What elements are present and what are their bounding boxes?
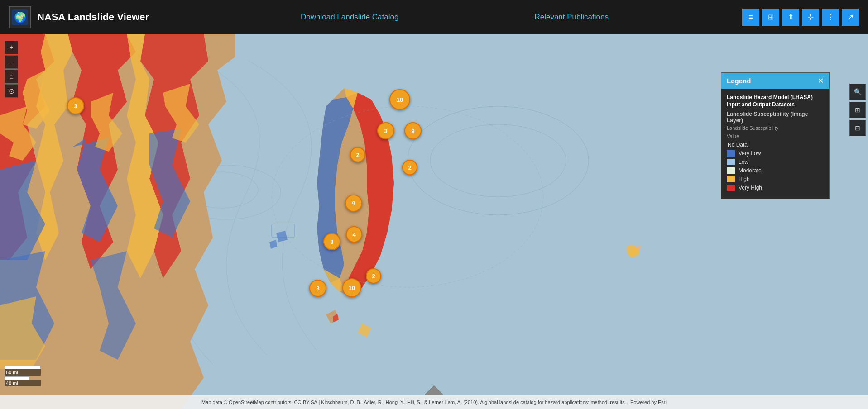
svg-point-10 <box>626 245 637 256</box>
scale-label-1: 60 mi <box>5 369 41 376</box>
app-title: NASA Landslide Viewer <box>37 11 149 23</box>
legend-header: Legend ✕ <box>721 73 829 89</box>
search-button[interactable]: 🔍 <box>849 84 866 100</box>
legend-swatch <box>727 150 735 157</box>
app-logo: 🌍 <box>9 6 31 28</box>
legend-layer-label: Landslide Susceptibility <box>727 125 824 131</box>
home-button[interactable]: ⌂ <box>5 70 18 83</box>
legend-item: Moderate <box>727 167 824 174</box>
cluster-marker[interactable]: 18 <box>389 89 410 110</box>
svg-text:🌍: 🌍 <box>14 11 27 24</box>
map[interactable]: + − ⌂ ⊙ 🔍 ⊞ ⊟ 31839229842310 Legend ✕ La… <box>0 34 868 409</box>
filter-button[interactable]: ⋮ <box>822 9 839 26</box>
legend-item-label: Very High <box>739 185 762 191</box>
legend-item: Very Low <box>727 150 824 157</box>
toolbar-right: ≡ ⊞ ⬆ ⊹ ⋮ ↗ <box>742 9 859 26</box>
legend-title: Legend <box>727 77 751 85</box>
locate-button[interactable]: ⊙ <box>5 84 18 98</box>
attribution: Map data © OpenStreetMap contributors, C… <box>0 395 868 409</box>
upload-button[interactable]: ⬆ <box>782 9 799 26</box>
cluster-marker[interactable]: 9 <box>345 195 362 212</box>
legend-section-title: Landslide Hazard Model (LHASA) Input and… <box>727 94 824 108</box>
grid-button[interactable]: ⊹ <box>802 9 819 26</box>
cluster-marker[interactable]: 2 <box>350 147 365 162</box>
scale-bar: 60 mi 40 mi <box>5 366 41 386</box>
legend-panel: Legend ✕ Landslide Hazard Model (LHASA) … <box>721 72 830 199</box>
legend-body: Landslide Hazard Model (LHASA) Input and… <box>721 89 829 199</box>
zoom-in-button[interactable]: + <box>5 41 18 54</box>
header: 🌍 NASA Landslide Viewer Download Landsli… <box>0 0 868 34</box>
cluster-marker[interactable]: 2 <box>366 268 381 284</box>
legend-value-label: Value <box>727 133 824 139</box>
nav-download[interactable]: Download Landslide Catalog <box>301 13 398 22</box>
legend-close-button[interactable]: ✕ <box>818 76 824 85</box>
nav-links: Download Landslide Catalog Relevant Publ… <box>167 13 742 22</box>
layers-button[interactable]: ⊞ <box>762 9 779 26</box>
attribution-text: Map data © OpenStreetMap contributors, C… <box>201 399 667 405</box>
cluster-marker[interactable]: 3 <box>67 97 84 114</box>
list-button[interactable]: ≡ <box>742 9 759 26</box>
legend-item: Very High <box>727 185 824 191</box>
cluster-marker[interactable]: 3 <box>377 122 394 139</box>
legend-items: No DataVery LowLowModerateHighVery High <box>727 142 824 191</box>
cluster-marker[interactable]: 4 <box>346 226 362 243</box>
legend-item-label: Very Low <box>739 150 761 157</box>
legend-swatch <box>727 167 735 174</box>
legend-scroll[interactable]: Landslide Hazard Model (LHASA) Input and… <box>727 94 824 193</box>
cluster-marker[interactable]: 9 <box>404 122 422 139</box>
scale-label-2: 40 mi <box>5 380 41 386</box>
qr-button[interactable]: ⊞ <box>849 102 866 118</box>
legend-item-label: Moderate <box>739 167 762 174</box>
cluster-marker[interactable]: 3 <box>309 280 326 297</box>
map-controls: + − ⌂ ⊙ <box>5 41 18 98</box>
legend-swatch <box>727 176 735 182</box>
share-button[interactable]: ↗ <box>842 9 859 26</box>
legend-item: High <box>727 176 824 182</box>
zoom-out-button[interactable]: − <box>5 55 18 69</box>
cluster-marker[interactable]: 10 <box>342 278 361 297</box>
legend-item-label: High <box>739 176 750 182</box>
nav-publications[interactable]: Relevant Publications <box>534 13 608 22</box>
legend-swatch <box>727 185 735 191</box>
right-controls: 🔍 ⊞ ⊟ <box>849 84 866 136</box>
cluster-marker[interactable]: 2 <box>402 160 417 175</box>
cluster-marker[interactable]: 8 <box>323 233 340 250</box>
legend-item-label: Low <box>739 159 748 165</box>
legend-sub-title: Landslide Susceptibility (Image Layer) <box>727 111 824 124</box>
legend-item: Low <box>727 159 824 165</box>
legend-item-nodata: No Data <box>727 142 824 148</box>
measure-button[interactable]: ⊟ <box>849 120 866 136</box>
legend-swatch <box>727 159 735 165</box>
